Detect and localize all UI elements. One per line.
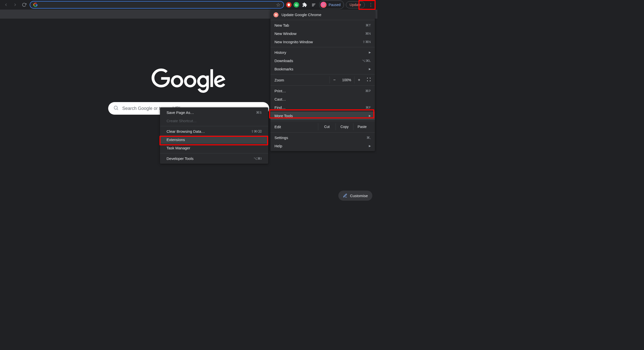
edit-paste-button[interactable]: Paste (353, 123, 371, 130)
menu-incognito[interactable]: New Incognito Window⇧⌘N (270, 38, 375, 46)
menu-edit-row: Edit Cut Copy Paste (270, 122, 375, 131)
media-control-icon[interactable] (310, 1, 317, 8)
zoom-in-button[interactable]: + (354, 76, 364, 83)
update-alert-icon (273, 12, 278, 17)
chrome-main-menu: Update Google Chrome New Tab⌘T New Windo… (270, 10, 375, 151)
submenu-task-manager[interactable]: Task Manager (160, 144, 268, 152)
menu-downloads[interactable]: Downloads⌥⌘L (270, 57, 375, 65)
menu-separator (270, 20, 375, 20)
chevron-right-icon: ▶ (369, 51, 371, 54)
update-button[interactable]: Update (346, 1, 365, 8)
menu-zoom-row: Zoom − 100% + (270, 75, 375, 84)
menu-more-tools[interactable]: More Tools▶ (270, 112, 375, 120)
profile-chip[interactable]: D Paused (319, 1, 344, 9)
zoom-out-button[interactable]: − (330, 76, 339, 83)
forward-button[interactable] (12, 1, 19, 8)
zoom-value: 100% (339, 78, 354, 82)
google-favicon-icon (33, 3, 38, 7)
search-icon (113, 105, 119, 112)
google-logo-icon (150, 68, 228, 95)
adblock-extension-icon[interactable] (286, 2, 292, 8)
grammarly-extension-icon[interactable]: G (294, 2, 299, 8)
submenu-save-page[interactable]: Save Page As…⌘S (160, 108, 268, 117)
bookmark-star-icon[interactable]: ☆ (276, 2, 280, 8)
paused-label: Paused (329, 3, 340, 7)
menu-separator (160, 153, 268, 153)
menu-new-window[interactable]: New Window⌘N (270, 29, 375, 38)
menu-separator (270, 132, 375, 133)
menu-separator (270, 47, 375, 47)
chevron-right-icon: ▶ (369, 144, 371, 148)
menu-separator (270, 85, 375, 86)
menu-print[interactable]: Print…⌘P (270, 87, 375, 95)
chevron-right-icon: ▶ (369, 114, 371, 117)
back-button[interactable] (3, 1, 10, 8)
menu-history[interactable]: History▶ (270, 48, 375, 57)
submenu-create-shortcut: Create Shortcut… (160, 117, 268, 125)
edit-copy-button[interactable]: Copy (336, 123, 353, 130)
customise-button[interactable]: Customise (338, 191, 372, 201)
submenu-extensions[interactable]: Extensions (160, 136, 268, 144)
more-tools-submenu: Save Page As…⌘S Create Shortcut… Clear B… (160, 107, 268, 164)
svg-point-3 (114, 106, 117, 109)
menu-settings[interactable]: Settings⌘, (270, 134, 375, 142)
menu-cast[interactable]: Cast… (270, 95, 375, 103)
avatar: D (320, 2, 327, 8)
address-bar[interactable]: ☆ (30, 1, 284, 9)
menu-find[interactable]: Find…⌘F (270, 103, 375, 112)
extensions-puzzle-icon[interactable] (301, 1, 308, 8)
reload-button[interactable] (21, 1, 28, 8)
fullscreen-button[interactable] (367, 77, 371, 82)
menu-help[interactable]: Help▶ (270, 142, 375, 150)
edit-cut-button[interactable]: Cut (318, 123, 336, 130)
menu-update-chrome[interactable]: Update Google Chrome (270, 11, 375, 19)
omnibox-input[interactable] (40, 3, 273, 7)
menu-separator (270, 121, 375, 121)
submenu-dev-tools[interactable]: Developer Tools⌥⌘I (160, 154, 268, 163)
browser-toolbar: ☆ G D Paused Update ⋮ (0, 0, 377, 10)
submenu-clear-data[interactable]: Clear Browsing Data…⇧⌘⌫ (160, 127, 268, 136)
chevron-right-icon: ▶ (369, 67, 371, 71)
menu-separator (160, 126, 268, 126)
menu-bookmarks[interactable]: Bookmarks▶ (270, 65, 375, 73)
menu-separator (270, 74, 375, 74)
menu-new-tab[interactable]: New Tab⌘T (270, 21, 375, 29)
customise-label: Customise (350, 194, 368, 198)
chrome-menu-button[interactable]: ⋮ (367, 1, 375, 9)
